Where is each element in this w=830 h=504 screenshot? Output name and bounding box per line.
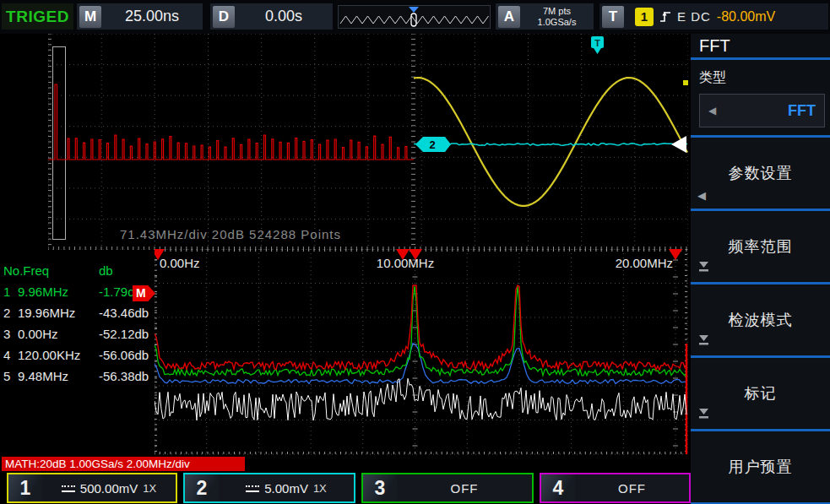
- trigger-level-value: -80.00mV: [717, 9, 775, 24]
- thumbnail-position-triangle[interactable]: [409, 7, 419, 13]
- fft-grid-dots: [155, 249, 687, 454]
- thumbnail-position-handle[interactable]: [411, 14, 416, 26]
- trigger-status: TRIGED: [6, 8, 69, 26]
- type-select-value: FFT: [716, 102, 816, 120]
- left-arrow-icon: ◀: [708, 105, 716, 117]
- channel1-box[interactable]: 1 500.00mV 1X: [7, 473, 177, 503]
- menu-item-marker[interactable]: 标记: [691, 359, 830, 428]
- channel2-box[interactable]: 2 5.00mV 1X: [183, 473, 355, 503]
- timebase-box[interactable]: M 25.00ns: [77, 3, 203, 30]
- dc-coupling-icon: [62, 484, 75, 492]
- thumbnail-zigzag: [340, 16, 489, 24]
- marker-table-header: No.Freq db: [3, 260, 154, 281]
- thumbnail-svg: [339, 6, 490, 28]
- menu-item-detect-mode[interactable]: 检波模式: [691, 285, 830, 355]
- ch2-trace: [414, 144, 687, 146]
- trigger-coupling: E DC: [677, 9, 711, 24]
- channel3-number: 3: [363, 474, 397, 501]
- fft-axis-label-center: 10.00MHz: [377, 256, 434, 270]
- oscilloscope-screen: TRIGED M 25.00ns D 0.00s A 7M pts 1.0GSa…: [0, 0, 830, 504]
- divider: [691, 282, 830, 285]
- fft-window-svg: 0.00Hz 10.00MHz 20.00MHz: [155, 249, 688, 455]
- divider: [691, 355, 830, 358]
- menu-item-label: 频率范围: [729, 236, 793, 257]
- channel2-number: 2: [185, 474, 219, 501]
- math-status-bar: MATH:20dB 1.00GSa/s 2.00MHz/div: [2, 457, 245, 471]
- rising-edge-icon: [659, 9, 671, 24]
- channel1-probe: 1X: [143, 482, 156, 495]
- menu-item-user-preset[interactable]: 用户预置: [691, 432, 830, 501]
- channel3-state: OFF: [451, 481, 479, 496]
- type-label: 类型: [699, 69, 827, 87]
- dc-coupling-icon: [246, 484, 259, 492]
- ch1-trace: [414, 78, 687, 206]
- trigger-info-box[interactable]: T 1 E DC -80.00mV: [599, 3, 828, 30]
- main-grid-svg: 2 T 71.43MHz/div 20dB 524288 Points: [48, 34, 688, 250]
- channel4-number: 4: [541, 474, 575, 501]
- page-down-icon: [697, 334, 710, 348]
- page-down-icon: [697, 261, 710, 274]
- acquire-samplerate: 1.0GSa/s: [538, 17, 577, 28]
- ch2-position-flag[interactable]: 2: [415, 137, 451, 152]
- fft-preview-trace: [48, 84, 414, 160]
- marker-row-1: 1 9.96MHz -1.79db: [3, 281, 154, 302]
- marker-header-db: db: [99, 263, 113, 278]
- page-down-icon: [697, 408, 710, 421]
- delay-value: 0.00s: [235, 8, 333, 25]
- trigger-position-flag[interactable]: T: [591, 36, 604, 54]
- main-grid-rulers: [48, 34, 686, 250]
- channel3-box[interactable]: 3 OFF: [361, 473, 534, 503]
- top-status-bar: TRIGED M 25.00ns D 0.00s A 7M pts 1.0GSa…: [0, 0, 830, 34]
- channel1-scale: 500.00mV: [80, 481, 138, 496]
- acquire-badge: A: [498, 6, 520, 28]
- marker-row-4: 4 120.00KHz -56.06db: [3, 344, 154, 366]
- menu-title: FFT: [691, 34, 830, 57]
- trigger-source-chip: 1: [635, 8, 654, 26]
- menu-item-freq-range[interactable]: 频率范围: [691, 212, 830, 281]
- acquire-points: 7M pts: [543, 6, 571, 17]
- fft-trace-white: [155, 378, 686, 420]
- delay-box[interactable]: D 0.00s: [210, 3, 333, 30]
- horizontal-position-thumbnail[interactable]: [338, 5, 491, 29]
- channel2-scale: 5.00mV: [264, 481, 308, 496]
- marker-table: No.Freq db 1 9.96MHz -1.79db 2 19.96MHz …: [3, 260, 154, 387]
- marker-row-2: 2 19.96MHz -43.46db: [3, 302, 154, 323]
- marker-row-5: 5 9.48MHz -56.38db: [3, 366, 154, 387]
- marker-row-3: 3 0.00Hz -52.12db: [3, 323, 154, 344]
- acquire-box[interactable]: A 7M pts 1.0GSa/s: [496, 3, 594, 30]
- channel2-probe: 1X: [313, 482, 327, 495]
- divider: [691, 135, 830, 138]
- menu-item-param-settings[interactable]: 参数设置 ◀: [691, 138, 830, 208]
- fft-axis-label-left: 0.00Hz: [160, 256, 200, 270]
- divider: [691, 209, 830, 211]
- menu-item-label: 用户预置: [729, 457, 793, 477]
- divider: [691, 429, 830, 431]
- fft-trace-green: [155, 286, 686, 376]
- divider: [691, 57, 830, 60]
- menu-section-type: 类型 ◀ FFT: [691, 61, 830, 134]
- menu-item-label: 标记: [745, 383, 777, 404]
- marker-header-freq: No.Freq: [3, 263, 99, 278]
- channel4-state: OFF: [618, 481, 646, 496]
- type-select[interactable]: ◀ FFT: [699, 94, 825, 127]
- main-grid-dots: [48, 34, 688, 250]
- trigger-flag-label: T: [594, 38, 600, 48]
- trigger-badge: T: [602, 6, 624, 28]
- fft-info-text: 71.43MHz/div 20dB 524288 Points: [120, 227, 341, 241]
- menu-item-label: 参数设置: [729, 163, 793, 183]
- trigger-status-box: TRIGED: [2, 3, 73, 30]
- timebase-badge: M: [79, 6, 101, 28]
- timebase-value: 25.00ns: [101, 8, 203, 25]
- menu-item-label: 检波模式: [729, 310, 793, 330]
- ch2-flag-label: 2: [429, 138, 435, 151]
- ch1-level-tick: [683, 80, 688, 85]
- left-arrow-icon: ◀: [697, 190, 707, 201]
- delay-badge: D: [213, 6, 235, 28]
- channel1-number: 1: [8, 474, 42, 501]
- channel4-box[interactable]: 4 OFF: [540, 473, 691, 503]
- trigger-level-arrow[interactable]: [671, 136, 686, 153]
- fft-axis-label-right: 20.00MHz: [616, 256, 673, 270]
- fft-menu-sidebar: FFT 类型 ◀ FFT 参数设置 ◀ 频率范围 检波模式: [691, 34, 830, 504]
